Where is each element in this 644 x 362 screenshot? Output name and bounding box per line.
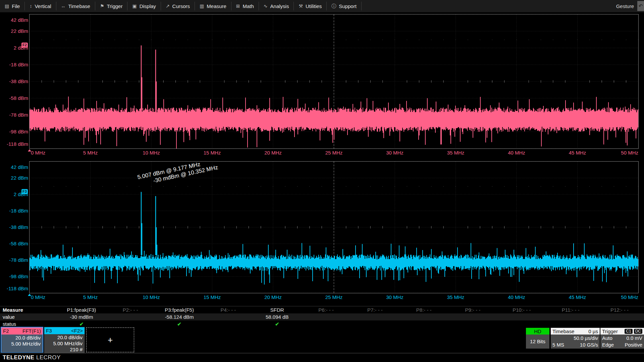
measure-slot-p11[interactable]: P11:- - - [546, 307, 595, 313]
trigger-mode: Auto [602, 335, 612, 342]
menu-item-label: Timebase [68, 3, 90, 9]
measure-value-p4 [204, 314, 253, 320]
trigger-source-badge: C1 [625, 329, 632, 334]
menu-item-label: Math [243, 3, 254, 9]
menu-item-timebase[interactable]: ↔Timebase [56, 2, 95, 10]
sample-rate: 10 GS/s [580, 342, 598, 348]
measure-value-p10 [497, 314, 546, 320]
measure-slot-p1[interactable]: P1:fpeak(F3) [57, 307, 106, 313]
measure-status-p6 [302, 321, 351, 327]
menu-item-measure[interactable]: ▥Measure [195, 2, 231, 10]
menu-item-support[interactable]: ⓘSupport [327, 2, 362, 10]
measure-slot-sfdr[interactable]: SFDR [253, 307, 302, 313]
y-axis-label: -78 dBm [0, 257, 28, 263]
measure-status-row: status ✔✔✔ [0, 320, 644, 327]
trace-descriptor-f2-body: 20.0 dB/div 5.00 MHz/div [1, 335, 43, 352]
timebase-icon: ↔ [61, 4, 66, 8]
measure-value-p12 [595, 314, 644, 320]
measure-status-sfdr: ✔ [253, 321, 302, 327]
y-axis-label: 22 dBm [0, 175, 28, 181]
measure-slot-p6[interactable]: P6:- - - [302, 307, 351, 313]
math-icon: ⊞ [236, 4, 240, 8]
measure-slot-p7[interactable]: P7:- - - [351, 307, 399, 313]
timebase-scale: 50.0 µs/div [552, 335, 598, 342]
trace-descriptor-f3[interactable]: F3 <F2> 20.0 dB/div 5.00 MHz/div 210 # [44, 327, 85, 353]
utilities-icon: ⚒ [299, 4, 303, 8]
trace-badge-f3[interactable]: F3 [21, 189, 28, 194]
trigger-icon: ⚑ [100, 4, 104, 8]
x-axis-label: 5 MHz [83, 294, 98, 300]
menu-item-label: Cursors [172, 3, 190, 9]
timebase-offset: 0 µs [588, 328, 598, 334]
x-axis-label: 10 MHz [143, 294, 160, 300]
measure-slot-p10[interactable]: P10:- - - [497, 307, 546, 313]
trace-badge-f2[interactable]: F2 [21, 43, 28, 48]
menu-item-label: Measure [207, 3, 226, 9]
menu-item-label: Analysis [270, 3, 289, 9]
timebase-title: Timebase [552, 328, 574, 334]
vertical-scale: 20.0 dB/div [44, 335, 83, 341]
status-row-title: status [0, 321, 57, 327]
measure-status-p1: ✔ [57, 321, 106, 327]
vertical-scale: 20.0 dB/div [1, 335, 41, 341]
menu-item-label: File [12, 3, 20, 9]
x-axis-label: 50 MHz [621, 294, 638, 300]
menu-item-file[interactable]: ▤File [0, 2, 25, 10]
y-axis-label: -118 dBm [0, 141, 28, 147]
x-axis-label: 30 MHz [386, 150, 404, 156]
trigger-title: Trigger [602, 328, 618, 334]
timebase-box[interactable]: Timebase 0 µs 50.0 µs/div 5 MS 10 GS/s [551, 328, 600, 349]
y-axis-label: -18 dBm [0, 207, 28, 214]
menu-item-cursors[interactable]: ↗Cursors [161, 2, 195, 10]
menu-item-math[interactable]: ⊞Math [231, 2, 259, 10]
menu-item-label: Display [140, 3, 156, 9]
measure-slot-p4[interactable]: P4:- - - [204, 307, 253, 313]
y-axis-label: -118 dBm [0, 285, 28, 292]
teledyne-lecroy-logo: TELEDYNE LECROY [3, 354, 61, 361]
gesture-button[interactable]: Gesture [616, 3, 634, 9]
bottom-separator [0, 353, 644, 353]
measure-row-title: Measure [0, 307, 57, 313]
fft-plot-area-f3[interactable] [29, 161, 639, 293]
analysis-icon: ∿ [264, 4, 268, 8]
measure-slot-p8[interactable]: P8:- - - [399, 307, 448, 313]
measure-value-sfdr: 58.094 dB [253, 314, 302, 320]
support-icon: ⓘ [331, 4, 336, 8]
measure-slot-p9[interactable]: P9:- - - [448, 307, 497, 313]
y-axis-label: 22 dBm [0, 28, 28, 35]
measure-value-p7 [351, 314, 399, 320]
measure-status-p7 [351, 321, 399, 327]
measure-slot-p3[interactable]: P3:fpeak(F5) [155, 307, 204, 313]
acquisition-hd-box[interactable]: HD 12 Bits [526, 328, 549, 349]
measure-value-p3: -58.124 dBm [155, 314, 204, 320]
trace-source: <F2> [71, 328, 83, 334]
y-axis-label: -38 dBm [0, 78, 28, 85]
measure-slot-p2[interactable]: P2:- - - [106, 307, 155, 313]
measure-icon: ▥ [200, 4, 204, 8]
plus-icon: + [108, 335, 113, 345]
menu-item-trigger[interactable]: ⚑Trigger [95, 2, 128, 10]
trigger-box[interactable]: Trigger C1 DC Auto 0.0 mV Edge Positive [600, 328, 644, 349]
measure-slot-p12[interactable]: P12:- - - [595, 307, 644, 313]
trace-descriptor-f3-body: 20.0 dB/div 5.00 MHz/div 210 # [44, 334, 85, 353]
measure-value-p1: -30 mdBm [57, 314, 106, 320]
measure-table: Measure P1:fpeak(F3)P2:- - -P3:fpeak(F5)… [0, 306, 644, 327]
trace-descriptor-f2[interactable]: F2 FFT(F1) 20.0 dB/div 5.00 MHz/div [1, 327, 43, 353]
measure-status-p3: ✔ [155, 321, 204, 327]
hd-badge: HD [526, 328, 549, 335]
horizontal-scale: 5.00 MHz/div [1, 341, 41, 347]
menu-item-vertical[interactable]: ↕Vertical [25, 2, 56, 10]
fft-plot-area-f2[interactable] [29, 14, 639, 149]
menu-item-analysis[interactable]: ∿Analysis [259, 2, 294, 10]
add-trace-button[interactable]: + [86, 327, 134, 352]
sample-count: 5 MS [552, 342, 564, 348]
y-axis-label: 42 dBm [0, 164, 28, 171]
menu-item-utilities[interactable]: ⚒Utilities [294, 2, 327, 10]
menu-item-display[interactable]: ▣Display [127, 2, 161, 10]
measure-header-row: Measure P1:fpeak(F3)P2:- - -P3:fpeak(F5)… [0, 306, 644, 313]
spectrum-trace-f3 [30, 162, 638, 293]
y-axis-label: 2 dBm [0, 45, 28, 51]
measure-value-p11 [546, 314, 595, 320]
x-axis-label: 45 MHz [569, 150, 586, 156]
undo-button[interactable]: ↶ [637, 1, 644, 11]
